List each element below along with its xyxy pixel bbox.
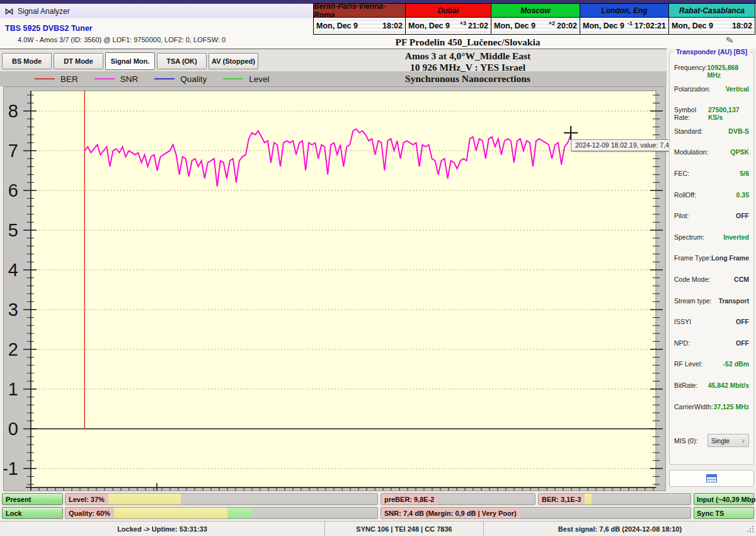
chart-legend: BERSNRQualityLevel [3, 71, 666, 86]
legend-item-level: Level [223, 74, 269, 84]
bar-label: SNR: 7,4 dB (Margin: 0,9 dB | Very Poor) [381, 508, 520, 518]
legend-line-swatch [154, 78, 175, 79]
svg-text:6: 6 [8, 180, 18, 201]
mode-tabs: BS ModeDT ModeSignal Mon.TSA (OK)AV (Sto… [2, 53, 260, 70]
bar-label: BER: 3,1E-3 [539, 494, 585, 504]
svg-text:-1: -1 [4, 458, 18, 479]
signal-chart[interactable]: -1012345678 [3, 86, 666, 491]
transponder-row: NPD:OFF [674, 339, 749, 361]
resize-grip[interactable] [746, 525, 755, 533]
clock-city-label: London, Eng [580, 4, 668, 18]
tuner-name: TBS 5925 DVBS2 Tuner [5, 24, 93, 33]
svg-text:8: 8 [8, 101, 18, 121]
clock-time-row: Mon, Dec 9+321:02 [406, 18, 491, 34]
signal-analyzer-app-icon: ⋈ [4, 6, 14, 16]
transponder-row: ISSYIOFF [674, 318, 749, 339]
sync-ts-indicator: Sync TS [694, 507, 754, 519]
clock-london-eng: London, EngMon, Dec 9-117:02:21 [580, 3, 669, 35]
transponder-row: BitRate:45,842 Mbit/s [674, 382, 749, 403]
transponder-panel-title: Transponder (AU) [BS] [673, 48, 750, 55]
tab-tsa-ok-[interactable]: TSA (OK) [157, 53, 207, 69]
legend-item-snr: SNR [94, 74, 139, 84]
transponder-row: FEC:5/6 [674, 170, 749, 191]
transponder-action-button[interactable] [669, 470, 754, 487]
mis-row: MIS (0):Single∨ [674, 434, 749, 447]
present-indicator[interactable]: Present [2, 493, 63, 505]
legend-label: BER [60, 74, 78, 84]
transponder-row: Spectrum:Inverted [674, 233, 749, 255]
clock-time-row: Mon, Dec 9-117:02:21 [580, 18, 668, 34]
transponder-row: RF Level:-52 dBm [674, 360, 749, 382]
bar-green-fill [227, 508, 253, 518]
transponder-row: Symbol Rate:27500,137 KS/s [674, 106, 749, 127]
svg-text:7: 7 [8, 141, 18, 161]
legend-label: Quality [180, 74, 207, 84]
clock-city-label: Dubai [406, 4, 491, 18]
status-sync-counters: SYNC 106 | TEI 248 | CC 7836 [325, 521, 484, 536]
transponder-row: Polarization:Vertical [674, 85, 749, 107]
clock-berlin-paris-vienna-roma: Berlin-Paris-Vienna-RomaMon, Dec 918:02 [313, 3, 406, 35]
chevron-down-icon: ∨ [741, 438, 745, 444]
transponder-row: Frequency:10925,868 MHz [674, 64, 749, 85]
tab-dt-mode[interactable]: DT Mode [54, 53, 103, 69]
transponder-row: CarrierWidth:37,125 MHz [674, 403, 749, 424]
transponder-row: Pilot:OFF [674, 212, 749, 233]
legend-label: Level [249, 74, 269, 84]
mis-dropdown[interactable]: Single∨ [707, 434, 749, 447]
svg-text:0: 0 [8, 419, 18, 439]
tab-signal-mon-[interactable]: Signal Mon. [105, 52, 155, 70]
clock-city-label: Berlin-Paris-Vienna-Roma [314, 4, 405, 18]
svg-text:4: 4 [8, 260, 18, 280]
svg-text:3: 3 [8, 300, 18, 320]
table-icon [706, 474, 717, 482]
status-lock-uptime: Locked -> Uptime: 53:31:33 [0, 521, 325, 536]
transponder-row: Frame Type:Long Frame [674, 254, 749, 276]
clock-dubai: DubaiMon, Dec 9+321:02 [406, 3, 491, 35]
transponder-row: RollOff:0.35 [674, 191, 749, 213]
input-indicator: Input (~40,39 Mbps) [694, 493, 754, 505]
tuner-details: 4.0W - Amos 3/7 (ID: 3560) @ LOF1: 97500… [18, 36, 226, 44]
legend-line-swatch [94, 78, 115, 79]
transponder-row: Code Mode:CCM [674, 276, 749, 297]
clock-moscow: MoscowMon, Dec 9+220:02 [491, 3, 580, 35]
transponder-row: Stream type:Transport [674, 297, 749, 318]
svg-text:1: 1 [8, 379, 18, 399]
utc-offset: +3 [460, 20, 466, 26]
legend-item-quality: Quality [154, 74, 207, 84]
bar-label: Quality: 60% [66, 508, 114, 518]
tab-av-stopped-[interactable]: AV (Stopped) [209, 53, 258, 69]
legend-label: SNR [120, 74, 139, 84]
header-line-2: Amos 3 at 4,0°W_Middle East [271, 50, 665, 62]
quality-bar: Quality: 60% [65, 507, 378, 519]
clock-time-row: Mon, Dec 918:02 [314, 18, 405, 34]
snr-bar: SNR: 7,4 dB (Margin: 0,9 dB | Very Poor) [381, 507, 691, 519]
status-bar: Locked -> Uptime: 53:31:33 SYNC 106 | TE… [0, 521, 756, 536]
tab-bs-mode[interactable]: BS Mode [2, 53, 52, 69]
clock-rabat-casablanca: Rabat-CasablancaMon, Dec 918:02 [669, 3, 755, 35]
world-clocks: Berlin-Paris-Vienna-RomaMon, Dec 918:02D… [313, 3, 755, 35]
ber-bar: BER: 3,1E-3 [538, 493, 691, 505]
level-bar: Level: 37% [65, 493, 378, 505]
bar-label: Level: 37% [66, 494, 108, 504]
utc-offset: +2 [549, 20, 555, 26]
legend-line-swatch [223, 78, 243, 79]
lock-indicator[interactable]: Lock [2, 507, 63, 519]
svg-text:5: 5 [8, 220, 18, 240]
transponder-row: Standard:DVB-S [674, 127, 749, 149]
transponder-panel: Frequency:10925,868 MHzPolarization:Vert… [669, 52, 754, 465]
status-best-signal: Best signal: 7,6 dB (2024-12-08 18:10) [484, 521, 756, 536]
clock-time-row: Mon, Dec 918:02 [669, 18, 755, 34]
clock-city-label: Moscow [491, 4, 580, 18]
legend-item-ber: BER [35, 74, 78, 84]
clock-city-label: Rabat-Casablanca [669, 4, 755, 18]
bar-label: preBER: 9,8E-2 [381, 494, 438, 504]
svg-text:2: 2 [8, 339, 18, 359]
utc-offset: -1 [627, 20, 633, 26]
preber-bar: preBER: 9,8E-2 [381, 493, 536, 505]
clock-time-row: Mon, Dec 9+220:02 [491, 18, 580, 34]
snr-plot[interactable]: -1012345678 [4, 87, 665, 491]
legend-line-swatch [35, 78, 55, 79]
header-line-1: PF Prodelin 450_Lučenec/Slovakia [271, 37, 665, 48]
transponder-row: Modulation:QPSK [674, 148, 749, 170]
window-title: Signal Analyzer [18, 7, 70, 16]
